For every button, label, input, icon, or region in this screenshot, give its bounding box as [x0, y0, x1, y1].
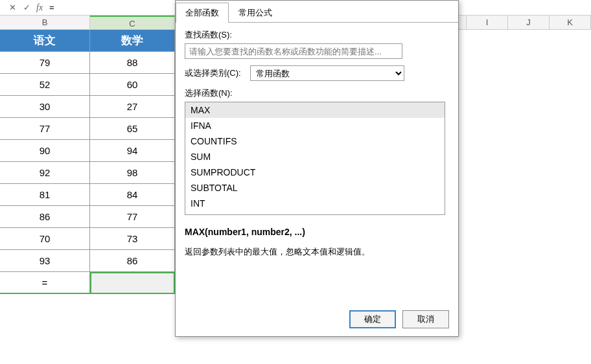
function-item[interactable]: SUMPRODUCT [185, 165, 445, 180]
column-header-C[interactable]: C [90, 16, 175, 29]
function-item[interactable]: SUBTOTAL [185, 180, 445, 196]
cancel-button[interactable]: 取消 [402, 310, 449, 328]
table-cell[interactable]: 52 [0, 74, 90, 96]
table-cell[interactable]: 94 [90, 140, 175, 162]
table-cell[interactable]: 81 [0, 184, 90, 206]
ok-button[interactable]: 确定 [349, 310, 396, 328]
table-cell[interactable]: 77 [90, 206, 175, 228]
cancel-formula-icon[interactable]: ✕ [6, 2, 18, 14]
column-header-J[interactable]: J [508, 16, 550, 29]
tab-all-functions[interactable]: 全部函数 [176, 3, 229, 23]
dialog-tabs: 全部函数 常用公式 [176, 1, 458, 23]
table-cell[interactable]: 60 [90, 74, 175, 96]
table-cell[interactable]: 73 [90, 228, 175, 250]
search-label: 查找函数(S): [185, 29, 449, 41]
function-list[interactable]: MAXIFNACOUNTIFSSUMSUMPRODUCTSUBTOTALINTS… [185, 102, 445, 215]
function-description: 返回参数列表中的最大值，忽略文本值和逻辑值。 [185, 246, 449, 258]
function-item[interactable]: MAX [185, 102, 445, 118]
table-cell[interactable]: 84 [90, 184, 175, 206]
dialog-footer: 确定 取消 [349, 310, 449, 328]
active-cell[interactable] [90, 272, 175, 294]
table-cell[interactable]: = [0, 272, 90, 294]
formula-value[interactable]: = [47, 3, 54, 12]
function-item[interactable]: SUM [185, 149, 445, 165]
function-item[interactable]: INT [185, 196, 445, 211]
table-cell[interactable]: 86 [90, 250, 175, 272]
table-cell[interactable]: 30 [0, 96, 90, 118]
table-header[interactable]: 数学 [90, 30, 175, 52]
category-select[interactable]: 常用函数 [250, 65, 404, 81]
column-header-I[interactable]: I [467, 16, 508, 29]
accept-formula-icon[interactable]: ✓ [21, 2, 32, 14]
table-cell[interactable]: 90 [0, 140, 90, 162]
table-cell[interactable]: 70 [0, 228, 90, 250]
table-cell[interactable]: 86 [0, 206, 90, 228]
column-header-K[interactable]: K [550, 16, 591, 29]
table-cell[interactable]: 77 [0, 118, 90, 140]
table-cell[interactable]: 92 [0, 162, 90, 184]
function-item[interactable]: COUNTIFS [185, 133, 445, 149]
fx-icon[interactable]: fx [36, 3, 43, 13]
tab-common-formulas[interactable]: 常用公式 [229, 3, 282, 23]
table-header[interactable]: 语文 [0, 30, 90, 52]
table-cell[interactable]: 88 [90, 52, 175, 74]
function-item[interactable]: SIN [185, 211, 445, 215]
function-dialog: 全部函数 常用公式 查找函数(S): 或选择类别(C): 常用函数 选择函数(N… [175, 0, 459, 337]
table-cell[interactable]: 98 [90, 162, 175, 184]
table-cell[interactable]: 65 [90, 118, 175, 140]
function-item[interactable]: IFNA [185, 118, 445, 133]
table-cell[interactable]: 27 [90, 96, 175, 118]
function-syntax: MAX(number1, number2, ...) [185, 227, 449, 237]
category-label: 或选择类别(C): [185, 67, 241, 79]
select-function-label: 选择函数(N): [185, 87, 449, 99]
table-cell[interactable]: 79 [0, 52, 90, 74]
table-cell[interactable]: 93 [0, 250, 90, 272]
column-header-B[interactable]: B [0, 16, 90, 29]
dialog-body: 查找函数(S): 或选择类别(C): 常用函数 选择函数(N): MAXIFNA… [176, 23, 458, 264]
search-input[interactable] [185, 43, 402, 59]
